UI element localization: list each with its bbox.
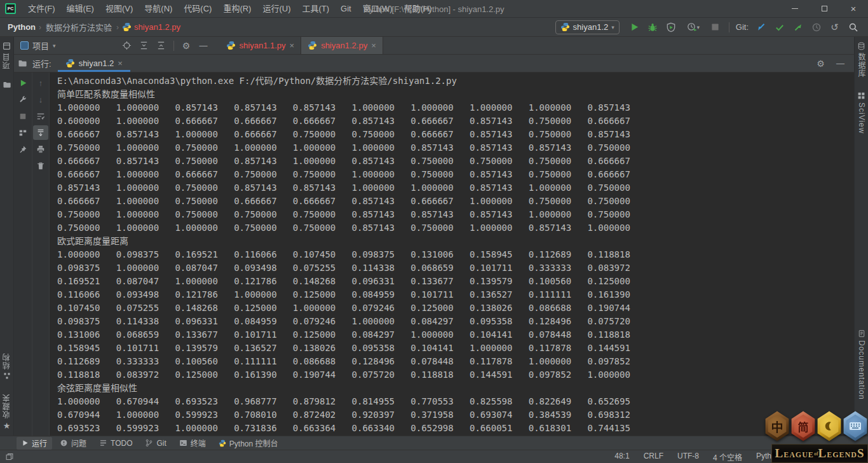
todo-tool-label: TODO (111, 439, 132, 448)
expand-all-icon (156, 41, 166, 50)
favorites-stripe-label: 收藏夹 (1, 394, 12, 418)
tool-window-button-run[interactable]: 运行 (17, 437, 52, 450)
menu-item-4[interactable]: 代码(C) (178, 4, 217, 13)
ime-simplified-badge[interactable]: 简 (790, 411, 816, 441)
chevron-down-icon: ▾ (697, 24, 700, 31)
run-button[interactable] (626, 20, 643, 35)
run-panel-settings-button[interactable]: ⚙ (812, 56, 829, 71)
arrow-up-icon: ↑ (39, 78, 43, 88)
ime-keyboard-badge[interactable] (843, 411, 868, 441)
breadcrumb-file[interactable]: shiyan1.2.py (134, 22, 180, 32)
git-history-button[interactable] (808, 20, 825, 35)
debug-button[interactable] (644, 20, 661, 35)
tool-window-button-database[interactable]: 数据库 (856, 39, 867, 80)
menu-item-7[interactable]: 工具(T) (296, 4, 335, 13)
rerun-button[interactable] (15, 76, 31, 90)
file-encoding[interactable]: UTF-8 (677, 452, 699, 462)
wrench-icon (18, 95, 27, 104)
lol-logo-text: EGEND (827, 450, 857, 459)
toolbar-separator (729, 22, 729, 32)
editor-tab-shiyan1-1[interactable]: shiyan1.1.py × (220, 37, 302, 54)
menu-item-8[interactable]: Git (335, 4, 357, 13)
prev-occurrence-button[interactable]: ↑ (33, 76, 48, 90)
close-icon[interactable]: × (290, 41, 295, 50)
restore-layout-button[interactable] (15, 125, 31, 140)
play-icon (630, 22, 639, 32)
lol-logo-text: L (775, 446, 784, 460)
menu-item-0[interactable]: 文件(F) (22, 4, 61, 13)
menu-item-6[interactable]: 运行(U) (257, 4, 296, 13)
tool-window-button-favorites[interactable]: 收藏夹 ★ (1, 391, 12, 433)
tool-window-button-structure[interactable]: 结构 (1, 350, 12, 382)
title-bar: PC 文件(F)编辑(E)视图(V)导航(N)代码(C)重构(R)运行(U)工具… (0, 0, 868, 18)
project-stripe-label: 项目 (1, 53, 12, 69)
folder-icon[interactable] (3, 81, 11, 88)
menu-item-3[interactable]: 导航(N) (139, 4, 178, 13)
play-icon (19, 79, 27, 87)
run-console-output[interactable]: E:\Anaconda3\Anaconda3\python.exe F:/代码/… (50, 73, 854, 436)
expand-collapse-button[interactable] (153, 38, 170, 53)
window-close-button[interactable]: × (839, 0, 868, 17)
window-maximize-button[interactable] (810, 0, 839, 17)
tool-window-switcher-icon[interactable] (5, 453, 14, 461)
tool-window-button-project[interactable]: 项目 (1, 39, 12, 72)
python-console-tool-label: Python 控制台 (229, 438, 278, 448)
profiler-button[interactable]: ▾ (681, 20, 705, 35)
run-tab-shiyan1-2[interactable]: shiyan1.2 × (58, 55, 130, 72)
tool-window-button-problems[interactable]: 问题 (55, 437, 92, 450)
git-update-button[interactable] (752, 20, 770, 35)
console-line: 0.158945 0.101711 0.139579 0.136527 0.13… (57, 342, 854, 355)
run-settings-button[interactable] (15, 92, 31, 107)
git-commit-button[interactable] (771, 20, 788, 35)
clear-console-button[interactable] (33, 158, 48, 173)
indent-style[interactable]: 4 个空格 (713, 452, 742, 462)
scroll-to-end-button[interactable] (33, 125, 48, 140)
console-line: 0.666667 1.000000 0.666667 0.750000 0.75… (57, 168, 854, 181)
search-everywhere-button[interactable] (844, 20, 862, 35)
project-stripe-icon (3, 42, 11, 50)
project-panel-header[interactable]: 项目 ▾ (14, 37, 61, 54)
git-rollback-button[interactable]: ↺ (826, 20, 843, 35)
tool-window-button-documentation[interactable]: Documentation (857, 327, 866, 403)
project-settings-button[interactable]: ⚙ (178, 38, 195, 53)
next-occurrence-button[interactable]: ↓ (33, 92, 48, 107)
window-title: Python [F:\代码\Python] - shiyan1.2.py (363, 3, 504, 15)
tool-window-button-git[interactable]: Git (140, 437, 171, 450)
stop-button[interactable] (707, 20, 724, 35)
pin-tab-button[interactable] (15, 142, 31, 156)
console-line: E:\Anaconda3\Anaconda3\python.exe F:/代码/… (57, 74, 854, 88)
line-separator[interactable]: CRLF (644, 452, 663, 462)
run-panel-hide-button[interactable]: — (832, 56, 849, 71)
tool-window-button-todo[interactable]: TODO (94, 437, 137, 450)
run-with-coverage-button[interactable] (663, 20, 680, 35)
collapse-all-button[interactable] (135, 38, 153, 53)
menu-item-5[interactable]: 重构(R) (217, 4, 257, 13)
soft-wrap-button[interactable] (33, 109, 48, 123)
menu-item-2[interactable]: 视图(V) (100, 4, 139, 13)
breadcrumb-folder[interactable]: 数据分析方法实验 (44, 21, 113, 33)
close-icon[interactable]: × (371, 41, 376, 50)
console-line: 0.107450 0.075255 0.148268 0.125000 1.00… (57, 301, 854, 315)
breadcrumb-project[interactable]: Python (8, 22, 36, 32)
console-line: 1.000000 1.000000 0.857143 0.857143 0.85… (57, 101, 854, 114)
ime-language-badge[interactable]: 中 (764, 411, 790, 441)
stop-process-button[interactable] (15, 109, 31, 123)
pin-icon (18, 145, 27, 154)
close-icon[interactable]: × (118, 59, 123, 67)
window-minimize-button[interactable] (780, 0, 810, 17)
ime-fullwidth-badge[interactable] (817, 411, 842, 441)
editor-tab-shiyan1-2[interactable]: shiyan1.2.py × (301, 37, 383, 54)
left-tool-stripe: 项目 结构 收藏夹 ★ (0, 37, 14, 436)
tool-window-button-terminal[interactable]: 终端 (174, 437, 211, 450)
tool-window-button-sciview[interactable]: SciView (857, 89, 866, 136)
git-push-button[interactable] (789, 20, 806, 35)
run-configuration-select[interactable]: shiyan1.2 ▾ (555, 20, 620, 34)
structure-stripe-label: 结构 (1, 353, 12, 370)
tool-window-button-python-console[interactable]: Python 控制台 (214, 437, 283, 450)
caret-position[interactable]: 48:1 (614, 452, 629, 462)
menu-item-1[interactable]: 编辑(E) (61, 4, 100, 13)
console-line: 0.750000 1.000000 0.750000 0.750000 0.75… (57, 208, 854, 221)
locate-file-button[interactable] (118, 38, 135, 53)
print-button[interactable] (33, 142, 48, 156)
hide-panel-button[interactable]: — (195, 38, 212, 53)
